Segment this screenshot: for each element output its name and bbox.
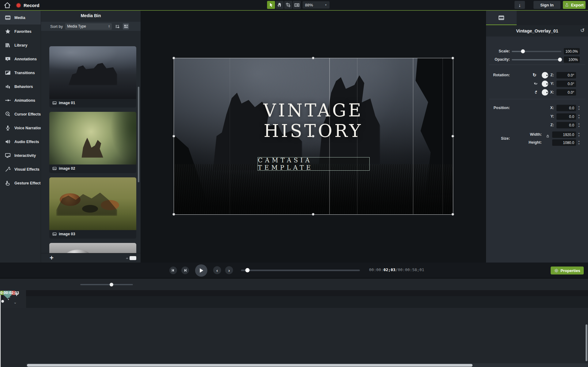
step-forward-button[interactable] xyxy=(181,267,189,274)
media-item-label: image 03 xyxy=(59,232,75,236)
width-value[interactable]: 1920.0 xyxy=(552,131,576,138)
scale-value[interactable]: 100.0% xyxy=(564,48,580,55)
seek-slider[interactable] xyxy=(241,270,360,271)
sidebar-item-visual-effects[interactable]: Visual Effects xyxy=(0,162,41,176)
stepper-icon[interactable]: ▲▼ xyxy=(578,140,580,145)
share-icon xyxy=(565,3,569,7)
edit-tool[interactable] xyxy=(293,1,301,9)
sidebar-item-behaviors[interactable]: Behaviors xyxy=(0,80,41,93)
section-divider xyxy=(489,65,585,65)
vertical-scrollbar[interactable] xyxy=(586,324,587,361)
sidebar-item-interactivity[interactable]: Interactivity xyxy=(0,149,41,162)
media-scrollbar[interactable] xyxy=(138,87,139,182)
view-mode-button[interactable] xyxy=(123,23,129,29)
sidebar-item-label: Animations xyxy=(14,98,35,103)
position-value[interactable]: 0.0 xyxy=(556,122,576,128)
prev-marker-button[interactable]: ‹ xyxy=(213,266,221,274)
tab-visual-properties[interactable] xyxy=(486,11,517,25)
sidebar-item-audio-effects[interactable]: Audio Effects xyxy=(0,135,41,149)
sidebar-item-voice-narration[interactable]: Voice Narration xyxy=(0,121,41,135)
property-label: Width: xyxy=(505,132,542,137)
timeline-zoom-knob[interactable] xyxy=(110,283,113,286)
rotation-value[interactable]: 0.0° xyxy=(556,89,576,96)
image-icon xyxy=(52,101,57,105)
hscroll-thumb[interactable] xyxy=(27,364,473,367)
reset-properties-icon[interactable]: ↺ xyxy=(580,27,585,34)
seek-knob[interactable] xyxy=(245,268,250,272)
handle-ne[interactable] xyxy=(451,57,454,59)
position-value[interactable]: 0.0 xyxy=(556,113,576,120)
preview-ground xyxy=(174,164,453,214)
stepper-icon[interactable]: ▲▼ xyxy=(578,105,580,111)
stepper-icon[interactable]: ▲▼ xyxy=(578,114,580,119)
time-ruler[interactable] xyxy=(26,296,588,308)
properties-button[interactable]: Properties xyxy=(551,267,584,274)
sidebar-item-label: Voice Narration xyxy=(14,126,42,130)
handle-se[interactable] xyxy=(451,213,454,216)
sign-in-button[interactable]: Sign In xyxy=(533,1,560,9)
properties-row: Opacity:100% xyxy=(486,56,588,63)
opacity-value[interactable]: 100% xyxy=(564,56,580,63)
media-item[interactable]: image 03 xyxy=(49,177,136,239)
sidebar-item-animations[interactable]: Animations xyxy=(0,93,41,107)
handle-nw[interactable] xyxy=(172,57,175,59)
thumbnail-size-widget[interactable] xyxy=(126,256,136,260)
playhead-line[interactable] xyxy=(0,292,1,367)
sidebar-item-gesture-effects[interactable]: Gesture Effects xyxy=(0,176,41,190)
add-media-button[interactable]: + xyxy=(50,254,54,262)
rotation-value[interactable]: 0.0° xyxy=(556,81,576,87)
handle-center[interactable] xyxy=(312,135,315,138)
height-value[interactable]: 1080.0 xyxy=(552,139,576,146)
handle-sw[interactable] xyxy=(172,213,175,216)
media-item-label: image 01 xyxy=(59,101,75,105)
pan-tool[interactable] xyxy=(276,1,284,9)
sidebar-item-cursor-effects[interactable]: Cursor Effects xyxy=(0,107,41,121)
handle-e[interactable] xyxy=(451,135,454,138)
export-button[interactable]: Export xyxy=(563,1,586,9)
horizontal-scrollbar[interactable] xyxy=(26,363,588,367)
opacity-slider-knob[interactable] xyxy=(558,58,562,62)
collapse-tracks-icon[interactable]: ⌄ xyxy=(13,300,17,305)
media-thumbnail-shields xyxy=(49,177,136,230)
step-back-button[interactable] xyxy=(169,267,177,274)
sidebar-item-label: Gesture Effects xyxy=(14,181,43,185)
media-item[interactable]: image 01 xyxy=(49,46,136,108)
timeline-zoom-slider[interactable] xyxy=(80,284,133,285)
media-item[interactable]: image 02 xyxy=(49,112,136,173)
sort-by-select[interactable]: Media Type ▲▼ xyxy=(65,23,112,30)
zoom-out-tracks-icon[interactable]: ▼ xyxy=(7,298,9,301)
download-button[interactable]: ↓ xyxy=(514,1,525,9)
record-label: Record xyxy=(24,3,40,8)
sidebar-item-transitions[interactable]: Transitions xyxy=(0,66,41,80)
sidebar-item-favorites[interactable]: Favorites xyxy=(0,25,41,38)
rotation-value[interactable]: 0.0° xyxy=(556,72,576,78)
stepper-icon[interactable]: ▲▼ xyxy=(578,132,580,137)
sign-in-label: Sign In xyxy=(540,3,553,7)
scale-slider-knob[interactable] xyxy=(521,49,525,53)
select-tool[interactable] xyxy=(267,1,275,9)
library-icon xyxy=(5,42,11,48)
sidebar-item-library[interactable]: Library xyxy=(0,38,41,52)
play-button[interactable] xyxy=(195,264,207,277)
sort-order-button[interactable] xyxy=(114,23,120,29)
next-marker-button[interactable]: › xyxy=(225,266,233,274)
scale-slider[interactable] xyxy=(512,51,561,52)
sidebar-item-media[interactable]: Media xyxy=(0,11,41,25)
handle-n[interactable] xyxy=(312,57,315,59)
home-icon[interactable] xyxy=(4,2,11,9)
stepper-icon[interactable]: ▲▼ xyxy=(578,122,580,128)
record-button[interactable]: Record xyxy=(16,1,40,9)
lock-icon[interactable] xyxy=(546,134,549,138)
opacity-slider[interactable] xyxy=(512,59,561,60)
handle-w[interactable] xyxy=(172,135,175,138)
handle-s[interactable] xyxy=(312,213,315,216)
sidebar-item-annotations[interactable]: aAnnotations xyxy=(0,52,41,66)
sidebar-item-label: Library xyxy=(14,43,27,47)
size-large-icon xyxy=(130,256,136,260)
canvas-zoom-select[interactable]: 88% ▼ xyxy=(303,1,330,9)
gesture-icon xyxy=(5,180,11,186)
crop-tool[interactable] xyxy=(284,1,292,9)
position-value[interactable]: 0.0 xyxy=(556,105,576,111)
sidebar-item-label: Favorites xyxy=(14,29,32,34)
track-height-knob[interactable] xyxy=(1,300,4,303)
